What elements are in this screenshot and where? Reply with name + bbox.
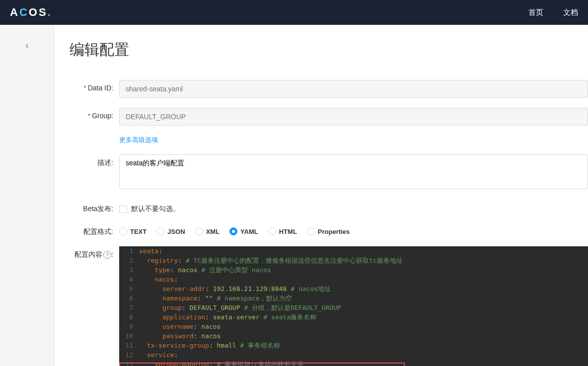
line-number: 10 [119,331,139,341]
code-line: 8 application: seata-server # seata服务名称 [119,312,588,322]
line-number: 6 [119,293,139,303]
label-group: *Group: [70,108,119,120]
input-data-id[interactable] [119,80,588,98]
label-content: 配置内容?: [70,246,119,259]
code-line: 5 server-addr: 192.168.21.129:8848 # nac… [119,284,588,293]
radio-icon [268,227,276,235]
radio-format-xml[interactable]: XML [195,227,220,235]
logo-char: S [39,6,47,19]
row-format: 配置格式: TEXTJSONXMLYAMLHTMLProperties [70,223,588,236]
logo-char: A [10,6,18,19]
line-content: tx-service-group: hmall # 事务组名称 [139,341,588,350]
radio-format-json[interactable]: JSON [156,227,185,235]
radio-format-yaml[interactable]: YAML [229,227,258,235]
radio-icon [307,227,315,235]
logo-char: C [19,6,28,19]
radio-icon [156,227,164,235]
content-wrapper: ‹ 编辑配置 *Data ID: *Group: 更多高级选项 描述: [0,25,588,366]
code-line: 6 namespace: "" # namespace，默认为空 [119,293,588,303]
radio-label: Properties [318,228,350,235]
code-editor[interactable]: 1seata:2 registry: # TC服务注册中心的配置，微服务根据这些… [119,246,588,366]
code-line: 3 type: nacos # 注册中心类型 nacos [119,265,588,275]
label-data-id: *Data ID: [70,80,119,92]
line-number: 11 [119,341,139,350]
line-content: nacos: [139,275,588,284]
radio-format-html[interactable]: HTML [268,227,297,235]
nav-docs[interactable]: 文档 [563,8,578,17]
code-line: 13 vgroup-mapping: # 事务组与tc集群的映射关系 [119,360,588,366]
help-icon[interactable]: ? [103,251,111,259]
line-number: 13 [119,360,139,366]
code-line: 7 group: DEFAULT_GROUP # 分组，默认是DEFAULT_G… [119,303,588,312]
code-line: 2 registry: # TC服务注册中心的配置，微服务根据这些信息去注册中心… [119,256,588,265]
code-line: 9 username: nacos [119,322,588,331]
label-beta: Beta发布: [70,201,119,214]
line-content: password: nacos [139,331,588,341]
line-number: 1 [119,246,139,256]
radio-label: HTML [279,228,297,235]
input-group[interactable] [119,108,588,126]
code-line: 12 service: [119,350,588,360]
radio-icon [119,227,127,235]
line-content: username: nacos [139,322,588,331]
label-description: 描述: [70,154,119,167]
radio-label: YAML [240,228,258,235]
line-content: vgroup-mapping: # 事务组与tc集群的映射关系 [139,360,588,366]
row-data-id: *Data ID: [70,80,588,98]
line-number: 8 [119,312,139,322]
line-number: 9 [119,322,139,331]
code-line: 10 password: nacos [119,331,588,341]
nav-links: 首页 文档 [528,8,578,17]
radio-label: TEXT [130,228,147,235]
main: 编辑配置 *Data ID: *Group: 更多高级选项 描述: [55,25,588,366]
radio-label: JSON [167,228,185,235]
radio-label: XML [206,228,220,235]
radio-format-text[interactable]: TEXT [119,227,147,235]
sidebar-collapsed: ‹ [0,25,55,366]
radio-icon [229,227,237,235]
row-beta: Beta发布: 默认不要勾选。 [70,201,588,214]
beta-hint: 默认不要勾选。 [131,205,180,214]
logo-char: . [48,6,51,19]
line-content: seata: [139,246,588,256]
line-content: service: [139,350,588,360]
line-content: registry: # TC服务注册中心的配置，微服务根据这些信息去注册中心获取… [139,256,588,265]
line-content: server-addr: 192.168.21.129:8848 # nacos… [139,284,588,293]
logo: A C O S . [10,6,51,19]
checkbox-beta[interactable] [119,205,127,213]
line-number: 7 [119,303,139,312]
line-content: namespace: "" # namespace，默认为空 [139,293,588,303]
code-line: 1seata: [119,246,588,256]
chevron-left-icon[interactable]: ‹ [25,40,29,51]
line-number: 3 [119,265,139,275]
top-bar: A C O S . 首页 文档 [0,0,588,25]
row-description: 描述: [70,154,588,191]
link-more-options[interactable]: 更多高级选项 [119,136,158,144]
page-title: 编辑配置 [70,40,588,60]
radio-format-properties[interactable]: Properties [307,227,350,235]
textarea-description[interactable] [119,154,588,189]
label-format: 配置格式: [70,223,119,236]
line-number: 5 [119,284,139,293]
line-content: application: seata-server # seata服务名称 [139,312,588,322]
line-content: type: nacos # 注册中心类型 nacos [139,265,588,275]
row-more: 更多高级选项 [70,136,588,145]
code-line: 4 nacos: [119,275,588,284]
row-group: *Group: [70,108,588,126]
radio-group-format: TEXTJSONXMLYAMLHTMLProperties [119,223,588,235]
logo-char: O [29,6,38,19]
line-number: 2 [119,256,139,265]
radio-icon [195,227,203,235]
line-content: group: DEFAULT_GROUP # 分组，默认是DEFAULT_GRO… [139,303,588,312]
nav-home[interactable]: 首页 [528,8,543,17]
code-line: 11 tx-service-group: hmall # 事务组名称 [119,341,588,350]
line-number: 12 [119,350,139,360]
line-number: 4 [119,275,139,284]
row-content: 配置内容?: 1seata:2 registry: # TC服务注册中心的配置，… [70,246,588,366]
